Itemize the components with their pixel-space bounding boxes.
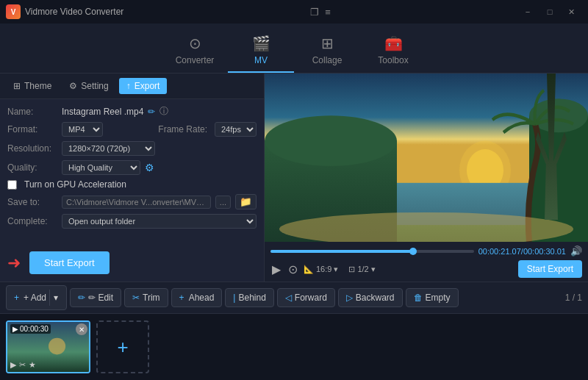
clip-icons: ▶ ✂ ★ [10, 360, 36, 370]
toolbox-icon: 🧰 [384, 35, 403, 52]
tab-mv[interactable]: 🎬 MV [228, 29, 294, 73]
complete-row: Complete: Open output folder Do nothing [7, 214, 257, 229]
stop-button[interactable]: ⊙ [287, 261, 299, 278]
sub-tab-theme[interactable]: ⊞ Theme [6, 78, 59, 94]
edit-label: ✏ Edit [88, 293, 113, 303]
complete-select[interactable]: Open output folder Do nothing [62, 214, 257, 229]
svg-point-5 [265, 115, 397, 166]
behind-icon: | [233, 293, 235, 303]
play-button[interactable]: ▶ [270, 261, 282, 278]
titlebar-icons: ❐ ≡ [310, 7, 331, 18]
red-arrow-icon: ➜ [7, 254, 21, 273]
clip-star-icon: ★ [29, 360, 36, 370]
tab-collage[interactable]: ⊞ Collage [294, 29, 360, 73]
browse-dots-button[interactable]: ... [215, 196, 231, 209]
tab-converter[interactable]: ⊙ Converter [162, 29, 228, 73]
behind-button[interactable]: | Behind [225, 288, 274, 307]
setting-icon: ⚙ [69, 81, 77, 91]
theme-icon: ⊞ [13, 81, 21, 91]
titlebar-controls[interactable]: − □ ✕ [517, 4, 582, 19]
left-panel: ⊞ Theme ⚙ Setting ↑ Export Name: Instagr… [0, 74, 265, 282]
forward-label: Forward [295, 293, 327, 303]
export-btn-area: ➜ Start Export [0, 244, 264, 282]
main-content: ⊞ Theme ⚙ Setting ↑ Export Name: Instagr… [0, 74, 588, 282]
timeline-clip[interactable]: ▶00:00:30 ✕ ▶ ✂ ★ [6, 320, 90, 373]
menu-icon[interactable]: ≡ [325, 7, 331, 18]
sub-tab-setting[interactable]: ⚙ Setting [62, 78, 115, 94]
video-thumbnail [265, 74, 588, 242]
ahead-button[interactable]: + Ahead [171, 288, 223, 307]
scale-value: 1/2 [357, 265, 368, 273]
aspect-ratio[interactable]: 📐 16:9 ▾ [304, 265, 338, 274]
scale-dropdown-icon: ▾ [371, 265, 376, 274]
ahead-label: Ahead [189, 293, 215, 303]
sub-tab-export[interactable]: ↑ Export [119, 78, 168, 94]
empty-label: Empty [426, 293, 451, 303]
bottom-toolbar: + + Add ▾ ✏ ✏ Edit ✂ Trim + Ahead | Behi… [0, 282, 588, 314]
titlebar: V Vidmore Video Converter ❐ ≡ − □ ✕ [0, 0, 588, 24]
aspect-ratio-icon: 📐 [304, 265, 314, 274]
time-current: 00:00:21.07 [478, 247, 521, 256]
resolution-select[interactable]: 1280×720 (720p) 1920×1080 (1080p) 640×48… [62, 141, 155, 156]
framerate-select[interactable]: 24fps 30fps 60fps [215, 122, 257, 137]
add-button[interactable]: + + Add ▾ [6, 285, 67, 310]
forward-icon: ◁ [285, 293, 292, 303]
backward-button[interactable]: ▷ Backward [338, 288, 403, 307]
time-total: 00:00:30.01 [523, 247, 566, 256]
mv-icon: 🎬 [252, 35, 270, 52]
format-select[interactable]: MP4 MOV AVI [62, 122, 103, 137]
quality-select[interactable]: High Quality Medium Quality Low Quality [62, 160, 140, 175]
folder-button[interactable]: 📁 [235, 194, 257, 209]
aspect-dropdown-icon: ▾ [334, 265, 338, 274]
save-path: C:\Vidmore\Vidmore V...onverter\MV Expor… [62, 196, 211, 209]
forward-button[interactable]: ◁ Forward [277, 288, 335, 307]
complete-label: Complete: [7, 216, 57, 226]
clip-duration: ▶00:00:30 [10, 324, 51, 334]
clip-time: 00:00:30 [20, 325, 49, 333]
add-dropdown-icon[interactable]: ▾ [49, 290, 62, 306]
right-panel: 00:00:21.07/00:00:30.01 🔊 ▶ ⊙ 📐 16:9 ▾ ⊡… [265, 74, 588, 282]
message-icon[interactable]: ❐ [310, 7, 319, 18]
nav-tabs: ⊙ Converter 🎬 MV ⊞ Collage 🧰 Toolbox [0, 24, 588, 74]
app-icon: V [6, 4, 21, 19]
info-icon[interactable]: ⓘ [159, 105, 168, 118]
start-export-right-button[interactable]: Start Export [518, 260, 582, 278]
svg-point-10 [49, 338, 65, 355]
clip-close-button[interactable]: ✕ [76, 323, 87, 335]
timeline: ▶00:00:30 ✕ ▶ ✂ ★ + [0, 314, 588, 380]
edit-button[interactable]: ✏ ✏ Edit [70, 288, 121, 307]
format-label: Format: [7, 124, 57, 135]
sub-tabs: ⊞ Theme ⚙ Setting ↑ Export [0, 74, 264, 99]
add-clip-button[interactable]: + [96, 320, 149, 373]
resolution-label: Resolution: [7, 143, 57, 154]
close-button[interactable]: ✕ [562, 4, 582, 19]
progress-bar[interactable] [270, 250, 474, 253]
saveto-row: Save to: C:\Vidmore\Vidmore V...onverter… [7, 194, 257, 209]
page-number: 1 / 1 [565, 293, 582, 303]
trim-label: Trim [143, 293, 160, 303]
framerate-label: Frame Rate: [158, 124, 207, 135]
tab-toolbox[interactable]: 🧰 Toolbox [360, 29, 426, 73]
start-export-left-button[interactable]: Start Export [29, 251, 110, 274]
volume-icon[interactable]: 🔊 [570, 245, 582, 257]
progress-bar-container: 00:00:21.07/00:00:30.01 🔊 [270, 245, 582, 257]
minimize-button[interactable]: − [517, 4, 538, 19]
collage-icon: ⊞ [321, 35, 334, 52]
titlebar-left: V Vidmore Video Converter [6, 4, 123, 19]
add-icon: + [14, 293, 19, 303]
progress-fill [270, 250, 413, 253]
quality-row: Quality: High Quality Medium Quality Low… [7, 160, 257, 175]
maximize-button[interactable]: □ [539, 4, 560, 19]
resolution-row: Resolution: 1280×720 (720p) 1920×1080 (1… [7, 141, 257, 156]
gpu-checkbox[interactable] [7, 180, 17, 190]
empty-button[interactable]: 🗑 Empty [406, 288, 459, 307]
clip-play-icon: ▶ [10, 360, 16, 370]
converter-icon: ⊙ [189, 35, 201, 52]
scale-ratio[interactable]: ⊡ 1/2 ▾ [348, 265, 375, 274]
add-label: + Add [24, 293, 46, 303]
quality-gear-icon[interactable]: ⚙ [145, 162, 154, 173]
trim-button[interactable]: ✂ Trim [124, 288, 168, 307]
ahead-icon: + [179, 293, 184, 303]
backward-icon: ▷ [346, 293, 353, 303]
edit-icon[interactable]: ✏ [148, 107, 155, 117]
